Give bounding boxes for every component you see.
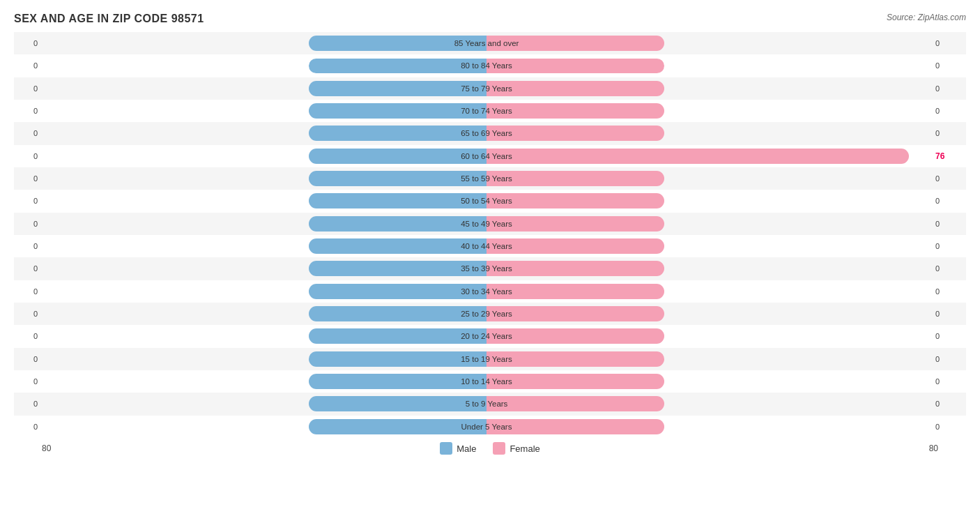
half-right (487, 306, 931, 321)
half-right (487, 36, 931, 51)
half-right (487, 284, 931, 299)
half-right (487, 374, 931, 389)
half-left (42, 171, 487, 186)
bar-row: 035 to 39 Years0 (14, 257, 966, 280)
female-bar (487, 149, 909, 164)
half-right (487, 126, 931, 141)
half-right (487, 216, 931, 232)
female-bar (487, 238, 664, 254)
half-right (487, 419, 931, 434)
bar-row: 015 to 19 Years0 (14, 348, 966, 370)
bar-row: 080 to 84 Years0 (14, 54, 966, 77)
female-bar (487, 36, 664, 51)
male-bar (309, 81, 487, 96)
female-bar (487, 81, 664, 96)
half-right (487, 171, 931, 186)
half-right (487, 149, 931, 164)
bars-wrapper: 25 to 29 Years (42, 306, 931, 321)
male-bar (309, 261, 487, 276)
bar-row: 085 Years and over0 (14, 32, 966, 54)
half-left (42, 126, 487, 141)
half-left (42, 81, 487, 96)
male-bar (309, 284, 487, 299)
female-bar (487, 59, 664, 74)
bar-center: 45 to 49 Years (42, 213, 931, 235)
right-value: 0 (931, 129, 966, 137)
chart-source: Source: ZipAtlas.com (887, 13, 966, 22)
bars-wrapper: 60 to 64 Years (42, 149, 931, 164)
male-swatch (440, 442, 452, 455)
half-right (487, 81, 931, 96)
male-bar (309, 396, 487, 411)
bar-row: 055 to 59 Years0 (14, 167, 966, 190)
left-value: 0 (14, 61, 42, 70)
male-bar (309, 306, 487, 321)
half-left (42, 193, 487, 208)
left-value: 0 (14, 220, 42, 228)
female-bar (487, 306, 664, 321)
half-left (42, 396, 487, 411)
chart-header: SEX AND AGE IN ZIP CODE 98571 Source: Zi… (14, 13, 966, 25)
left-value: 0 (14, 197, 42, 205)
bar-row: 060 to 64 Years76 (14, 145, 966, 167)
male-bar (309, 59, 487, 74)
half-left (42, 103, 487, 119)
right-value: 0 (931, 61, 966, 70)
bar-center: 50 to 54 Years (42, 190, 931, 212)
bar-center: 30 to 34 Years (42, 280, 931, 303)
female-bar (487, 419, 664, 434)
left-value: 0 (14, 129, 42, 137)
right-value: 0 (931, 287, 966, 296)
left-value: 0 (14, 310, 42, 318)
bar-row: 045 to 49 Years0 (14, 213, 966, 235)
right-value: 0 (931, 377, 966, 386)
bars-wrapper: 80 to 84 Years (42, 59, 931, 74)
bars-wrapper: 30 to 34 Years (42, 284, 931, 299)
left-value: 0 (14, 264, 42, 273)
male-bar (309, 374, 487, 389)
right-value: 76 (931, 151, 966, 161)
half-left (42, 351, 487, 367)
right-value: 0 (931, 423, 966, 431)
bar-row: 020 to 24 Years0 (14, 325, 966, 347)
bars-wrapper: 35 to 39 Years (42, 261, 931, 276)
left-value: 0 (14, 152, 42, 160)
bar-center: 5 to 9 Years (42, 393, 931, 415)
bar-row: 070 to 74 Years0 (14, 100, 966, 122)
chart-container: SEX AND AGE IN ZIP CODE 98571 Source: Zi… (0, 0, 980, 516)
male-label: Male (457, 443, 476, 454)
bar-center: 85 Years and over (42, 32, 931, 54)
male-bar (309, 171, 487, 186)
female-bar (487, 284, 664, 299)
axis-left: 80 (42, 443, 51, 453)
half-left (42, 374, 487, 389)
bar-center: 25 to 29 Years (42, 303, 931, 325)
bar-row: 025 to 29 Years0 (14, 303, 966, 325)
female-bar (487, 171, 664, 186)
half-left (42, 238, 487, 254)
bar-center: 55 to 59 Years (42, 167, 931, 190)
bar-row: 075 to 79 Years0 (14, 77, 966, 100)
right-value: 0 (931, 310, 966, 318)
bar-row: 050 to 54 Years0 (14, 190, 966, 212)
bar-center: 35 to 39 Years (42, 257, 931, 280)
male-bar (309, 238, 487, 254)
half-right (487, 351, 931, 367)
chart-area: 085 Years and over0080 to 84 Years0075 t… (14, 32, 966, 459)
axis-right: 80 (929, 443, 938, 453)
half-right (487, 59, 931, 74)
right-value: 0 (931, 264, 966, 273)
bar-row: 040 to 44 Years0 (14, 235, 966, 257)
bar-row: 010 to 14 Years0 (14, 370, 966, 393)
bar-center: 75 to 79 Years (42, 77, 931, 100)
bar-center: 10 to 14 Years (42, 370, 931, 393)
half-left (42, 261, 487, 276)
bar-center: 65 to 69 Years (42, 122, 931, 144)
bars-wrapper: 10 to 14 Years (42, 374, 931, 389)
half-left (42, 419, 487, 434)
bar-center: 60 to 64 Years (42, 145, 931, 167)
left-value: 0 (14, 355, 42, 363)
female-bar (487, 216, 664, 232)
bars-wrapper: 85 Years and over (42, 36, 931, 51)
bar-row: 030 to 34 Years0 (14, 280, 966, 303)
